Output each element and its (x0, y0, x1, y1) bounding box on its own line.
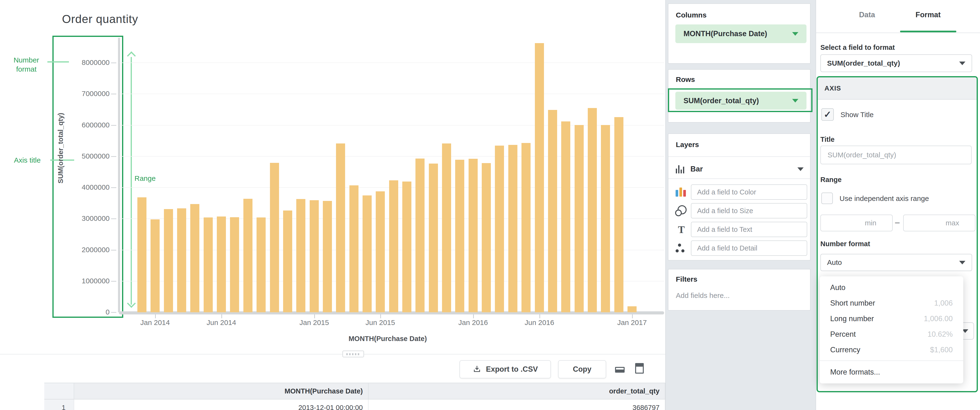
menu-example: 1,006 (934, 299, 953, 308)
bar[interactable] (177, 208, 186, 312)
text-field-input[interactable]: Add a field to Text (691, 222, 807, 237)
menu-item-percent[interactable]: Percent 10.62% (820, 326, 963, 342)
arrow-up-icon (127, 51, 136, 61)
max-input[interactable]: max (903, 215, 975, 231)
bar[interactable] (402, 182, 411, 312)
detail-field-input[interactable]: Add a field to Detail (691, 241, 807, 256)
show-title-checkbox[interactable]: ✓ (821, 108, 834, 121)
detail-icon (675, 242, 687, 254)
bar[interactable] (561, 121, 570, 312)
filters-drop-area[interactable]: Add fields here... (676, 292, 730, 300)
layer-type-label: Bar (690, 165, 703, 173)
bar[interactable] (389, 180, 398, 312)
bar[interactable] (535, 43, 544, 312)
bar[interactable] (190, 204, 199, 312)
chart-title: Order quantity (62, 13, 138, 26)
columns-field-pill[interactable]: MONTH(Purchase Date) (675, 24, 807, 43)
bar[interactable] (455, 160, 464, 312)
color-field-input[interactable]: Add a field to Color (691, 184, 807, 200)
chevron-down-icon[interactable] (797, 168, 803, 171)
bar[interactable] (310, 200, 319, 312)
bar[interactable] (601, 125, 610, 312)
bar[interactable] (469, 159, 478, 312)
min-input[interactable]: min (820, 215, 892, 231)
menu-item-short-number[interactable]: Short number 1,006 (820, 295, 963, 311)
bar[interactable] (230, 217, 239, 312)
menu-item-more-formats[interactable]: More formats... (820, 364, 963, 380)
bar[interactable] (336, 144, 345, 312)
bar[interactable] (574, 125, 584, 312)
bar[interactable] (376, 191, 385, 312)
x-tick (632, 314, 633, 318)
download-icon (473, 365, 482, 374)
bar[interactable] (548, 110, 557, 312)
bar[interactable] (283, 211, 292, 312)
bar[interactable] (204, 217, 213, 312)
chevron-down-icon (959, 261, 966, 265)
bar[interactable] (522, 143, 531, 312)
bar[interactable] (164, 209, 173, 312)
bar[interactable] (442, 144, 451, 312)
bar[interactable] (508, 145, 517, 312)
number-format-label: Number format (820, 240, 870, 248)
y-tick-label: 0 (74, 308, 110, 316)
layers-header: Layers (676, 140, 699, 149)
bar[interactable] (588, 108, 597, 312)
bar[interactable] (243, 199, 253, 312)
y-tick-label: 6000000 (74, 121, 110, 129)
menu-item-currency[interactable]: Currency $1,600 (820, 342, 963, 357)
layer-type-dropdown[interactable]: Bar (676, 160, 803, 179)
bar[interactable] (270, 163, 279, 312)
bar[interactable] (482, 163, 491, 312)
bar[interactable] (363, 195, 372, 312)
tab-data[interactable]: Data (841, 11, 893, 19)
layout-top-icon[interactable] (635, 363, 644, 373)
axis-title-input[interactable]: SUM(order_total_qty) (820, 145, 972, 164)
bar[interactable] (429, 164, 438, 312)
format-panel: Data Format Select a field to format SUM… (816, 0, 980, 410)
independent-range-checkbox[interactable] (821, 193, 833, 204)
range-label: Range (820, 176, 842, 184)
color-icon (675, 187, 687, 198)
text-slot-row: T Add a field to Text (668, 220, 810, 239)
y-axis-line (118, 38, 120, 312)
copy-button[interactable]: Copy (558, 360, 606, 378)
layout-bottom-icon[interactable] (615, 367, 625, 373)
checkmark-icon: ✓ (824, 109, 831, 120)
drag-handle[interactable] (342, 351, 364, 357)
x-tick-label: Jun 2014 (195, 319, 248, 327)
axis-title-placeholder: SUM(order_total_qty) (827, 151, 896, 159)
axis-section-header: AXIS (818, 77, 977, 100)
menu-item-long-number[interactable]: Long number 1,006.00 (820, 311, 963, 326)
field-to-format-select[interactable]: SUM(order_total_qty) (820, 54, 972, 72)
menu-item-auto[interactable]: Auto (820, 280, 963, 295)
y-tick (111, 187, 116, 188)
chevron-down-icon[interactable] (792, 32, 799, 36)
export-button-label: Export to .CSV (486, 365, 538, 373)
bar[interactable] (137, 197, 146, 312)
size-field-input[interactable]: Add a field to Size (691, 203, 807, 219)
export-csv-button[interactable]: Export to .CSV (460, 360, 551, 378)
bar[interactable] (296, 199, 305, 312)
bar[interactable] (323, 201, 332, 312)
table-header-qty[interactable]: order_total_qty (369, 383, 665, 399)
bar[interactable] (151, 219, 160, 312)
filters-header: Filters (676, 275, 697, 283)
copy-button-label: Copy (573, 365, 592, 373)
number-format-select[interactable]: Auto (820, 254, 972, 271)
bar[interactable] (217, 217, 226, 312)
bar[interactable] (495, 145, 504, 312)
tab-format[interactable]: Format (902, 11, 955, 19)
bar[interactable] (627, 306, 636, 312)
range-dash: – (895, 217, 900, 227)
bar[interactable] (415, 158, 425, 312)
bar[interactable] (349, 185, 358, 312)
columns-card: Columns MONTH(Purchase Date) (668, 3, 811, 64)
select-field-label: Select a field to format (820, 43, 895, 51)
x-tick-label: Jun 2015 (354, 319, 407, 327)
columns-pill-label: MONTH(Purchase Date) (684, 29, 767, 38)
table-corner-cell (44, 383, 74, 399)
bar[interactable] (614, 117, 624, 312)
table-header-date[interactable]: MONTH(Purchase Date) (74, 383, 369, 399)
bar[interactable] (256, 217, 266, 312)
